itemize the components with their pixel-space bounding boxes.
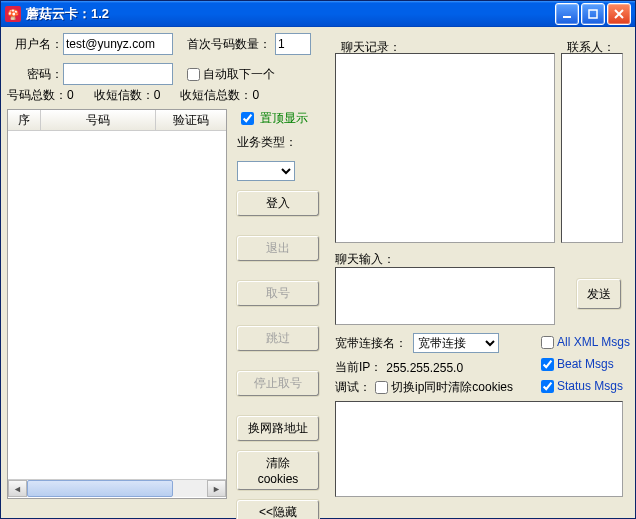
close-button[interactable] [607, 3, 631, 25]
currentip-label: 当前IP： [335, 359, 382, 376]
biztype-select[interactable] [237, 161, 295, 181]
scroll-right-icon[interactable]: ► [207, 480, 226, 497]
svg-rect-0 [563, 16, 571, 18]
change-route-button[interactable]: 换网路地址 [237, 416, 319, 441]
contacts-box[interactable] [561, 53, 623, 243]
status-checkbox[interactable]: Status Msgs [541, 379, 630, 393]
initial-count-label: 首次号码数量： [187, 36, 271, 53]
client-area: 用户名： 首次号码数量： 聊天记录： 联系人： 密码： 自动取下一个 号码总数：… [1, 27, 635, 518]
chatinput-box[interactable] [335, 267, 555, 325]
always-on-top-checkbox[interactable]: 置顶显示 [237, 109, 321, 128]
debug-clearcookies-checkbox[interactable]: 切换ip同时清除cookies [375, 379, 513, 396]
username-label: 用户名： [7, 36, 63, 53]
auto-next-label: 自动取下一个 [203, 66, 275, 83]
minimize-button[interactable] [555, 3, 579, 25]
col-seq[interactable]: 序 [8, 110, 41, 130]
initial-count-input[interactable] [275, 33, 311, 55]
chatlog-box[interactable] [335, 53, 555, 243]
broadband-label: 宽带连接名： [335, 335, 407, 352]
maximize-button[interactable] [581, 3, 605, 25]
biztype-label: 业务类型： [237, 135, 297, 149]
login-button[interactable]: 登入 [237, 191, 319, 216]
logout-button[interactable]: 退出 [237, 236, 319, 261]
log-box[interactable] [335, 401, 623, 497]
app-icon: 🍄 [5, 6, 21, 22]
sms-count-stat: 收短信数：0 [94, 87, 161, 104]
broadband-select[interactable]: 宽带连接 [413, 333, 499, 353]
chatinput-label: 聊天输入： [335, 251, 395, 268]
number-table: 序 号码 验证码 ◄ ► [7, 109, 227, 499]
hide-button[interactable]: <<隐藏 [237, 500, 319, 519]
clear-cookies-button[interactable]: 清除cookies [237, 451, 319, 490]
col-number[interactable]: 号码 [41, 110, 156, 130]
get-number-button[interactable]: 取号 [237, 281, 319, 306]
auto-next-checkbox[interactable]: 自动取下一个 [187, 66, 275, 83]
allxml-checkbox[interactable]: All XML Msgs [541, 335, 630, 349]
table-hscrollbar[interactable]: ◄ ► [8, 479, 226, 497]
action-panel: 置顶显示 业务类型： 登入 退出 取号 跳过 停止取号 换网路地址 清除cook… [237, 109, 321, 519]
currentip-value: 255.255.255.0 [386, 361, 463, 375]
num-total-stat: 号码总数：0 [7, 87, 74, 104]
send-button[interactable]: 发送 [577, 279, 621, 309]
app-window: 🍄 蘑菇云卡：1.2 用户名： 首次号码数量： 聊天记录： 联系人： 密码： [0, 0, 636, 519]
titlebar: 🍄 蘑菇云卡：1.2 [1, 1, 635, 27]
window-title: 蘑菇云卡：1.2 [26, 5, 555, 23]
sms-total-stat: 收短信总数：0 [180, 87, 259, 104]
col-code[interactable]: 验证码 [156, 110, 226, 130]
table-body [8, 131, 226, 479]
password-input[interactable] [63, 63, 173, 85]
scroll-left-icon[interactable]: ◄ [8, 480, 27, 497]
beat-checkbox[interactable]: Beat Msgs [541, 357, 630, 371]
username-input[interactable] [63, 33, 173, 55]
svg-rect-1 [589, 10, 597, 18]
skip-button[interactable]: 跳过 [237, 326, 319, 351]
password-label: 密码： [7, 66, 63, 83]
stop-get-button[interactable]: 停止取号 [237, 371, 319, 396]
debug-label: 调试： [335, 379, 371, 396]
